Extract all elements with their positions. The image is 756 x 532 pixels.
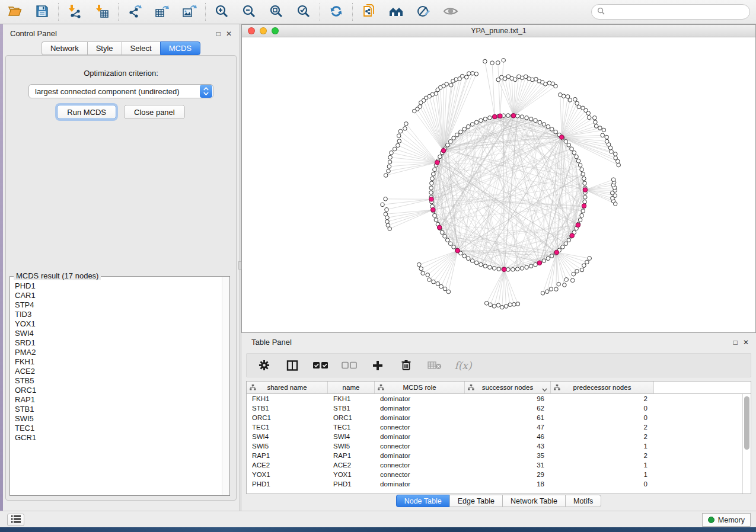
import-table-button[interactable]	[93, 3, 111, 21]
table-cell-mcds_role[interactable]: dominator	[375, 395, 465, 402]
table-row[interactable]: STB1STB1dominator620	[247, 403, 742, 413]
table-cell-name[interactable]: FKH1	[328, 395, 375, 402]
tab-motifs[interactable]: Motifs	[565, 495, 601, 507]
table-cell-shared_name[interactable]: SWI5	[247, 443, 328, 450]
table-cell-successor[interactable]: 29	[465, 471, 551, 478]
table-cell-shared_name[interactable]: ACE2	[247, 462, 328, 469]
zoom-selected-button[interactable]	[295, 3, 312, 21]
mcds-result-item[interactable]: SWI4	[15, 329, 222, 338]
delete-column-button[interactable]	[398, 358, 414, 373]
column-header-shared-name[interactable]: shared name	[247, 382, 328, 393]
panel-menu-button[interactable]	[7, 514, 24, 526]
run-mcds-button[interactable]: Run MCDS	[57, 105, 116, 119]
table-cell-name[interactable]: PHD1	[328, 480, 375, 488]
zoom-out-button[interactable]	[240, 3, 258, 21]
table-cell-predecessor[interactable]: 1	[551, 462, 654, 469]
table-cell-predecessor[interactable]: 2	[551, 452, 654, 459]
optimization-criterion-select[interactable]: largest connected component (undirected)	[28, 84, 213, 98]
table-cell-successor[interactable]: 46	[465, 433, 551, 440]
table-cell-predecessor[interactable]: 1	[551, 443, 654, 450]
close-panel-icon[interactable]: ✕	[226, 30, 232, 37]
table-cell-mcds_role[interactable]: dominator	[375, 405, 465, 412]
mcds-result-item[interactable]: SWI5	[15, 414, 222, 424]
import-network-button[interactable]	[66, 3, 84, 21]
network-window-titlebar[interactable]: YPA_prune.txt_1	[242, 25, 755, 37]
unselect-all-columns-button[interactable]	[342, 358, 357, 373]
column-header-predecessor-nodes[interactable]: predecessor nodes	[551, 382, 654, 393]
mcds-result-item[interactable]: FKH1	[15, 357, 222, 367]
mcds-result-item[interactable]: ACE2	[15, 367, 222, 376]
table-row[interactable]: SWI4SWI4dominator462	[247, 432, 742, 441]
search-box[interactable]	[591, 4, 750, 20]
network-nodes[interactable]	[381, 59, 621, 310]
table-cell-mcds_role[interactable]: connector	[375, 424, 465, 431]
table-cell-shared_name[interactable]: SWI4	[247, 433, 328, 440]
table-cell-shared_name[interactable]: STB1	[247, 405, 328, 412]
mcds-result-item[interactable]: STP4	[15, 300, 222, 310]
table-cell-successor[interactable]: 35	[465, 452, 551, 459]
table-row[interactable]: RAP1RAP1dominator352	[247, 451, 742, 460]
mcds-result-item[interactable]: ORC1	[15, 386, 222, 395]
mcds-result-list[interactable]: PHD1CAR1STP4TID3YOX1SWI4SRD1PMA2FKH1ACE2…	[11, 277, 222, 495]
table-cell-successor[interactable]: 31	[465, 462, 551, 469]
table-scrollbar[interactable]	[742, 394, 751, 493]
open-file-button[interactable]	[6, 3, 24, 21]
column-header-name[interactable]: name	[328, 382, 375, 393]
table-cell-mcds_role[interactable]: dominator	[375, 452, 465, 459]
table-cell-name[interactable]: RAP1	[328, 452, 375, 459]
table-row[interactable]: TEC1TEC1connector472	[247, 422, 742, 432]
memory-button[interactable]: Memory	[702, 513, 751, 527]
table-cell-shared_name[interactable]: YOX1	[247, 471, 328, 478]
mcds-list-scrollbar[interactable]	[222, 277, 229, 495]
tab-network-table[interactable]: Network Table	[502, 495, 565, 507]
table-cell-successor[interactable]: 61	[465, 414, 551, 421]
table-cell-name[interactable]: ORC1	[328, 414, 375, 421]
mcds-result-item[interactable]: GCR1	[15, 433, 222, 443]
float-panel-icon[interactable]: □	[733, 339, 738, 346]
tab-edge-table[interactable]: Edge Table	[449, 495, 502, 507]
table-cell-predecessor[interactable]: 0	[551, 480, 654, 488]
float-panel-icon[interactable]: □	[216, 30, 221, 37]
table-cell-successor[interactable]: 96	[465, 395, 551, 402]
zoom-fit-button[interactable]	[267, 3, 285, 21]
mcds-result-item[interactable]: CAR1	[15, 291, 222, 300]
table-row[interactable]: ACE2ACE2connector311	[247, 460, 742, 470]
table-cell-mcds_role[interactable]: dominator	[375, 480, 465, 488]
close-panel-button[interactable]: Close panel	[124, 105, 185, 119]
zoom-in-button[interactable]	[213, 3, 231, 21]
table-cell-shared_name[interactable]: PHD1	[247, 480, 328, 488]
search-input[interactable]	[608, 8, 744, 16]
table-cell-predecessor[interactable]: 0	[551, 405, 654, 412]
table-cell-shared_name[interactable]: TEC1	[247, 424, 328, 431]
network-graph[interactable]	[242, 37, 755, 332]
sort-menu-icon[interactable]	[542, 386, 547, 393]
table-cell-name[interactable]: SWI5	[328, 443, 375, 450]
table-cell-predecessor[interactable]: 1	[551, 471, 654, 478]
show-columns-button[interactable]	[285, 358, 300, 373]
table-cell-predecessor[interactable]: 0	[551, 414, 654, 421]
mcds-result-item[interactable]: SRD1	[15, 338, 222, 348]
table-row[interactable]: SWI5SWI5connector431	[247, 441, 742, 451]
table-scrollbar-thumb[interactable]	[744, 396, 749, 450]
mcds-result-item[interactable]: TID3	[15, 310, 222, 319]
table-row[interactable]: FKH1FKH1dominator962	[247, 394, 742, 403]
mcds-result-item[interactable]: RAP1	[15, 395, 222, 405]
tab-network[interactable]: Network	[42, 41, 87, 55]
open-genemania-button[interactable]	[387, 3, 405, 21]
table-cell-name[interactable]: SWI4	[328, 433, 375, 440]
table-cell-predecessor[interactable]: 2	[551, 433, 654, 440]
mcds-result-item[interactable]: TEC1	[15, 424, 222, 433]
mcds-result-item[interactable]: YOX1	[15, 319, 222, 329]
select-all-columns-button[interactable]	[313, 358, 328, 373]
network-canvas[interactable]	[242, 37, 755, 332]
table-cell-name[interactable]: STB1	[328, 405, 375, 412]
tab-style[interactable]: Style	[87, 41, 122, 55]
export-image-button[interactable]	[180, 3, 198, 21]
mcds-result-item[interactable]: STB1	[15, 405, 222, 414]
table-cell-shared_name[interactable]: ORC1	[247, 414, 328, 421]
apply-layout-button[interactable]	[327, 3, 345, 21]
column-header-successor-nodes[interactable]: successor nodes	[465, 382, 551, 393]
table-cell-successor[interactable]: 62	[465, 405, 551, 412]
column-header-mcds-role[interactable]: MCDS role	[375, 382, 465, 393]
copy-network-button[interactable]	[360, 3, 378, 21]
